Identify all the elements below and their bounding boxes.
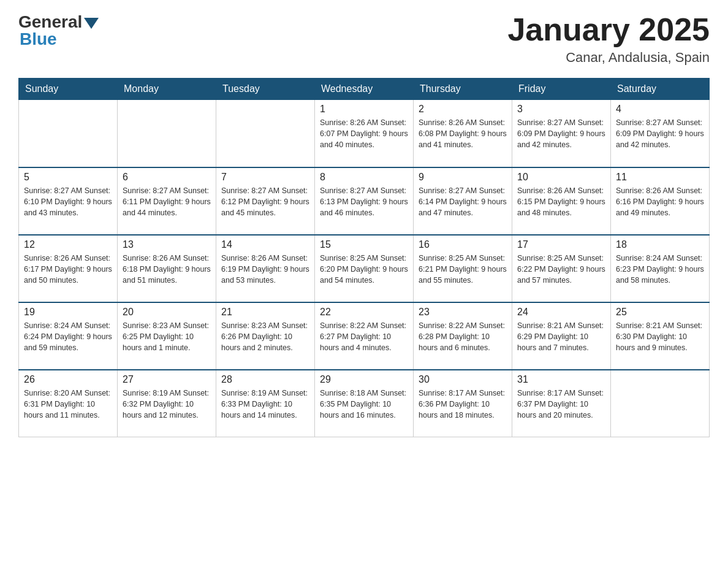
day-info: Sunrise: 8:26 AM Sunset: 6:07 PM Dayligh… — [320, 117, 408, 150]
day-info: Sunrise: 8:27 AM Sunset: 6:13 PM Dayligh… — [320, 185, 408, 218]
day-number: 15 — [320, 239, 408, 250]
day-info: Sunrise: 8:25 AM Sunset: 6:20 PM Dayligh… — [320, 253, 408, 286]
calendar-cell: 25Sunrise: 8:21 AM Sunset: 6:30 PM Dayli… — [611, 302, 710, 370]
day-number: 19 — [24, 307, 112, 318]
logo-blue-text: Blue — [20, 29, 57, 49]
day-info: Sunrise: 8:26 AM Sunset: 6:08 PM Dayligh… — [419, 117, 507, 150]
calendar-cell: 30Sunrise: 8:17 AM Sunset: 6:36 PM Dayli… — [414, 370, 512, 437]
day-number: 10 — [517, 172, 605, 183]
calendar-cell: 6Sunrise: 8:27 AM Sunset: 6:11 PM Daylig… — [118, 167, 216, 235]
calendar-header-friday: Friday — [512, 79, 611, 100]
calendar-cell: 2Sunrise: 8:26 AM Sunset: 6:08 PM Daylig… — [414, 100, 512, 167]
day-number: 14 — [221, 239, 309, 250]
calendar-cell: 14Sunrise: 8:26 AM Sunset: 6:19 PM Dayli… — [216, 235, 315, 302]
calendar-header-row: SundayMondayTuesdayWednesdayThursdayFrid… — [19, 79, 710, 100]
day-number: 9 — [419, 172, 507, 183]
day-number: 24 — [517, 307, 605, 318]
calendar-cell: 22Sunrise: 8:22 AM Sunset: 6:27 PM Dayli… — [315, 302, 414, 370]
location-title: Canar, Andalusia, Spain — [507, 50, 710, 66]
day-number: 12 — [24, 239, 112, 250]
calendar-cell: 31Sunrise: 8:17 AM Sunset: 6:37 PM Dayli… — [512, 370, 611, 437]
day-info: Sunrise: 8:27 AM Sunset: 6:14 PM Dayligh… — [419, 185, 507, 218]
day-info: Sunrise: 8:19 AM Sunset: 6:32 PM Dayligh… — [123, 388, 211, 421]
day-info: Sunrise: 8:25 AM Sunset: 6:21 PM Dayligh… — [419, 253, 507, 286]
calendar-cell: 3Sunrise: 8:27 AM Sunset: 6:09 PM Daylig… — [512, 100, 611, 167]
calendar-week-row: 26Sunrise: 8:20 AM Sunset: 6:31 PM Dayli… — [19, 370, 710, 437]
calendar-cell: 10Sunrise: 8:26 AM Sunset: 6:15 PM Dayli… — [512, 167, 611, 235]
day-info: Sunrise: 8:22 AM Sunset: 6:28 PM Dayligh… — [419, 320, 507, 353]
calendar-header-saturday: Saturday — [611, 79, 710, 100]
day-info: Sunrise: 8:18 AM Sunset: 6:35 PM Dayligh… — [320, 388, 408, 421]
calendar-header-wednesday: Wednesday — [315, 79, 414, 100]
calendar-cell: 16Sunrise: 8:25 AM Sunset: 6:21 PM Dayli… — [414, 235, 512, 302]
logo: General Blue — [18, 12, 99, 49]
day-info: Sunrise: 8:27 AM Sunset: 6:10 PM Dayligh… — [24, 185, 112, 218]
calendar-cell — [216, 100, 315, 167]
day-info: Sunrise: 8:27 AM Sunset: 6:09 PM Dayligh… — [517, 117, 605, 150]
day-number: 8 — [320, 172, 408, 183]
day-number: 29 — [320, 374, 408, 385]
day-info: Sunrise: 8:21 AM Sunset: 6:30 PM Dayligh… — [616, 320, 704, 353]
month-title: January 2025 — [507, 12, 710, 47]
calendar-cell: 5Sunrise: 8:27 AM Sunset: 6:10 PM Daylig… — [19, 167, 118, 235]
calendar-cell: 19Sunrise: 8:24 AM Sunset: 6:24 PM Dayli… — [19, 302, 118, 370]
calendar-cell: 28Sunrise: 8:19 AM Sunset: 6:33 PM Dayli… — [216, 370, 315, 437]
day-info: Sunrise: 8:23 AM Sunset: 6:26 PM Dayligh… — [221, 320, 309, 353]
day-info: Sunrise: 8:27 AM Sunset: 6:09 PM Dayligh… — [616, 117, 704, 150]
day-number: 2 — [419, 104, 507, 115]
logo-arrow-icon — [84, 18, 99, 29]
calendar-cell: 18Sunrise: 8:24 AM Sunset: 6:23 PM Dayli… — [611, 235, 710, 302]
day-number: 20 — [123, 307, 211, 318]
day-info: Sunrise: 8:20 AM Sunset: 6:31 PM Dayligh… — [24, 388, 112, 421]
calendar-cell: 15Sunrise: 8:25 AM Sunset: 6:20 PM Dayli… — [315, 235, 414, 302]
day-info: Sunrise: 8:26 AM Sunset: 6:16 PM Dayligh… — [616, 185, 704, 218]
day-number: 6 — [123, 172, 211, 183]
day-number: 21 — [221, 307, 309, 318]
calendar-header-sunday: Sunday — [19, 79, 118, 100]
calendar-cell: 11Sunrise: 8:26 AM Sunset: 6:16 PM Dayli… — [611, 167, 710, 235]
calendar-cell: 26Sunrise: 8:20 AM Sunset: 6:31 PM Dayli… — [19, 370, 118, 437]
day-info: Sunrise: 8:24 AM Sunset: 6:23 PM Dayligh… — [616, 253, 704, 286]
calendar-week-row: 1Sunrise: 8:26 AM Sunset: 6:07 PM Daylig… — [19, 100, 710, 167]
day-info: Sunrise: 8:19 AM Sunset: 6:33 PM Dayligh… — [221, 388, 309, 421]
calendar-table: SundayMondayTuesdayWednesdayThursdayFrid… — [18, 78, 710, 437]
calendar-cell: 12Sunrise: 8:26 AM Sunset: 6:17 PM Dayli… — [19, 235, 118, 302]
day-number: 7 — [221, 172, 309, 183]
calendar-cell: 7Sunrise: 8:27 AM Sunset: 6:12 PM Daylig… — [216, 167, 315, 235]
title-section: January 2025 Canar, Andalusia, Spain — [507, 12, 710, 66]
calendar-cell: 21Sunrise: 8:23 AM Sunset: 6:26 PM Dayli… — [216, 302, 315, 370]
day-info: Sunrise: 8:27 AM Sunset: 6:11 PM Dayligh… — [123, 185, 211, 218]
day-number: 4 — [616, 104, 704, 115]
day-number: 3 — [517, 104, 605, 115]
day-number: 1 — [320, 104, 408, 115]
day-number: 25 — [616, 307, 704, 318]
page-header: General Blue January 2025 Canar, Andalus… — [18, 12, 710, 66]
calendar-cell: 8Sunrise: 8:27 AM Sunset: 6:13 PM Daylig… — [315, 167, 414, 235]
day-info: Sunrise: 8:26 AM Sunset: 6:17 PM Dayligh… — [24, 253, 112, 286]
day-info: Sunrise: 8:22 AM Sunset: 6:27 PM Dayligh… — [320, 320, 408, 353]
day-number: 16 — [419, 239, 507, 250]
day-number: 27 — [123, 374, 211, 385]
calendar-cell: 23Sunrise: 8:22 AM Sunset: 6:28 PM Dayli… — [414, 302, 512, 370]
calendar-week-row: 5Sunrise: 8:27 AM Sunset: 6:10 PM Daylig… — [19, 167, 710, 235]
calendar-cell: 20Sunrise: 8:23 AM Sunset: 6:25 PM Dayli… — [118, 302, 216, 370]
day-info: Sunrise: 8:17 AM Sunset: 6:37 PM Dayligh… — [517, 388, 605, 421]
day-info: Sunrise: 8:17 AM Sunset: 6:36 PM Dayligh… — [419, 388, 507, 421]
day-number: 18 — [616, 239, 704, 250]
day-number: 31 — [517, 374, 605, 385]
calendar-cell: 4Sunrise: 8:27 AM Sunset: 6:09 PM Daylig… — [611, 100, 710, 167]
calendar-week-row: 12Sunrise: 8:26 AM Sunset: 6:17 PM Dayli… — [19, 235, 710, 302]
calendar-cell: 9Sunrise: 8:27 AM Sunset: 6:14 PM Daylig… — [414, 167, 512, 235]
day-number: 11 — [616, 172, 704, 183]
day-info: Sunrise: 8:21 AM Sunset: 6:29 PM Dayligh… — [517, 320, 605, 353]
calendar-cell — [19, 100, 118, 167]
day-info: Sunrise: 8:24 AM Sunset: 6:24 PM Dayligh… — [24, 320, 112, 353]
day-number: 5 — [24, 172, 112, 183]
calendar-cell: 13Sunrise: 8:26 AM Sunset: 6:18 PM Dayli… — [118, 235, 216, 302]
day-number: 17 — [517, 239, 605, 250]
day-info: Sunrise: 8:27 AM Sunset: 6:12 PM Dayligh… — [221, 185, 309, 218]
day-info: Sunrise: 8:26 AM Sunset: 6:15 PM Dayligh… — [517, 185, 605, 218]
calendar-cell: 24Sunrise: 8:21 AM Sunset: 6:29 PM Dayli… — [512, 302, 611, 370]
day-number: 23 — [419, 307, 507, 318]
calendar-week-row: 19Sunrise: 8:24 AM Sunset: 6:24 PM Dayli… — [19, 302, 710, 370]
